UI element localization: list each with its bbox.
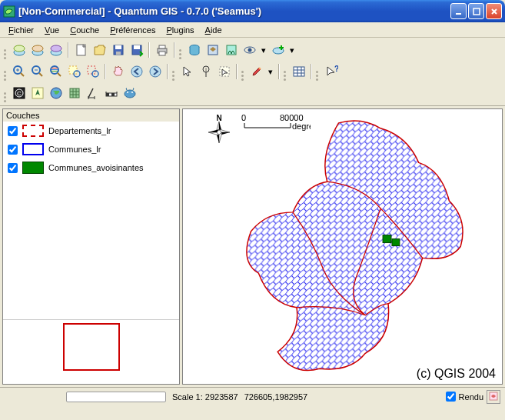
pan-button[interactable] <box>109 63 127 81</box>
copyright-tool-button[interactable]: C <box>10 85 28 102</box>
svg-rect-17 <box>159 52 165 55</box>
menu-prefs[interactable]: Préférences <box>105 24 161 36</box>
map-copyright-label: (c) QGIS 2004 <box>417 367 496 381</box>
globe-tool-button[interactable] <box>47 85 65 102</box>
whats-this-button[interactable]: ? <box>322 63 340 81</box>
window-title: [Non-Commercial] - Quantum GIS - 0.7.0 (… <box>18 5 450 17</box>
toolbar-grip[interactable] <box>3 63 8 80</box>
menu-help[interactable]: Aide <box>200 24 228 36</box>
layer-checkbox[interactable] <box>8 145 18 155</box>
svg-point-8 <box>51 45 61 52</box>
postgres-tool-button[interactable] <box>121 85 138 102</box>
menubar: Fichier Vue Couche Préférences Plugins A… <box>0 22 505 38</box>
svg-text:i: i <box>205 67 207 72</box>
save-as-button[interactable] <box>128 42 145 59</box>
svg-rect-60 <box>392 239 400 246</box>
svg-point-6 <box>32 45 43 52</box>
svg-rect-14 <box>134 45 140 49</box>
layer-swatch-departements <box>22 125 44 137</box>
nav-forward-button[interactable] <box>146 63 164 81</box>
nav-back-button[interactable] <box>128 63 145 81</box>
render-label: Rendu <box>459 392 483 402</box>
svg-rect-49 <box>111 93 115 96</box>
svg-rect-39 <box>294 67 304 76</box>
layer-list: Departements_lr Communes_lr Communes_avo… <box>3 122 179 319</box>
add-vector-layer-button[interactable] <box>10 42 28 59</box>
minimize-button[interactable] <box>450 3 467 19</box>
measure-tool-button[interactable] <box>84 85 101 102</box>
zoom-in-button[interactable] <box>10 63 28 81</box>
svg-rect-32 <box>88 66 95 74</box>
toolbar-grip[interactable] <box>171 63 176 80</box>
menu-plugins[interactable]: Plugins <box>161 24 199 36</box>
select-button[interactable] <box>215 63 233 81</box>
svg-rect-46 <box>70 88 79 98</box>
layer-checkbox[interactable] <box>8 163 18 173</box>
map-canvas[interactable]: N 0 80000 degrés <box>182 108 503 385</box>
svg-rect-30 <box>69 66 77 74</box>
zoom-selection-button[interactable] <box>65 63 83 81</box>
scalebar-tool-button[interactable] <box>102 85 120 102</box>
pointer-button[interactable] <box>178 63 196 81</box>
zoom-full-button[interactable] <box>47 63 65 81</box>
add-wms-layer-button[interactable] <box>47 42 65 59</box>
toolbar-grip[interactable] <box>178 42 183 58</box>
render-checkbox[interactable] <box>446 392 456 402</box>
print-button[interactable] <box>153 42 171 59</box>
toolbar-row-2: i ▾ ? <box>3 61 502 82</box>
zoom-out-button[interactable] <box>28 63 46 81</box>
status-scale: Scale 1: 2923587 <box>172 392 238 402</box>
northarrow-tool-button[interactable] <box>28 85 46 102</box>
app-icon <box>3 5 15 18</box>
main-area: Couches Departements_lr Communes_lr Comm… <box>0 105 505 387</box>
maximize-button[interactable] <box>468 3 484 19</box>
edit-dropdown[interactable]: ▾ <box>266 67 275 77</box>
toolbar-grip[interactable] <box>3 85 8 102</box>
map-svg <box>183 109 502 384</box>
eye-dropdown[interactable]: ▾ <box>259 45 268 55</box>
save-project-button[interactable] <box>109 42 127 59</box>
spit-button[interactable] <box>204 42 221 59</box>
svg-point-51 <box>127 92 128 93</box>
svg-rect-12 <box>116 52 121 55</box>
layers-panel-title: Couches <box>3 109 179 122</box>
status-coords: 726605,1982957 <box>244 392 308 402</box>
svg-text:C: C <box>17 90 22 97</box>
render-icon[interactable] <box>487 390 500 404</box>
window-titlebar: [Non-Commercial] - Quantum GIS - 0.7.0 (… <box>0 0 505 22</box>
close-button[interactable] <box>486 3 502 19</box>
grid-tool-button[interactable] <box>65 85 83 102</box>
add-layer-plus-button[interactable] <box>269 42 287 59</box>
layers-panel: Couches Departements_lr Communes_lr Comm… <box>2 108 180 385</box>
progress-bar <box>66 392 166 402</box>
overview-panel[interactable] <box>3 319 179 384</box>
menu-view[interactable]: Vue <box>39 24 65 36</box>
add-layer-dropdown[interactable]: ▾ <box>287 45 297 55</box>
layer-item[interactable]: Communes_avoisinantes <box>3 158 179 177</box>
toolbar-grip[interactable] <box>3 42 8 58</box>
layer-item[interactable]: Departements_lr <box>3 122 179 140</box>
toolbar-grip[interactable] <box>283 63 287 80</box>
toolbar-grip[interactable] <box>315 63 320 80</box>
svg-point-50 <box>125 90 135 98</box>
edit-pencil-button[interactable] <box>248 63 265 81</box>
attribute-table-button[interactable] <box>290 63 307 81</box>
menu-layer[interactable]: Couche <box>65 24 105 36</box>
menu-file[interactable]: Fichier <box>3 24 39 36</box>
identify-button[interactable]: i <box>197 63 214 81</box>
svg-text:?: ? <box>334 65 338 73</box>
zoom-layer-button[interactable] <box>84 63 101 81</box>
database-button[interactable] <box>185 42 203 59</box>
grass-button[interactable] <box>222 42 240 59</box>
toolbar-grip[interactable] <box>241 63 245 80</box>
layer-swatch-communes <box>22 143 44 155</box>
svg-rect-11 <box>115 45 121 49</box>
svg-rect-1 <box>456 13 461 15</box>
open-project-button[interactable] <box>91 42 108 59</box>
new-project-button[interactable] <box>72 42 90 59</box>
add-raster-layer-button[interactable] <box>28 42 46 59</box>
eye-button[interactable] <box>241 42 258 59</box>
layer-checkbox[interactable] <box>8 126 18 136</box>
layer-item[interactable]: Communes_lr <box>3 140 179 158</box>
svg-rect-16 <box>159 45 165 48</box>
